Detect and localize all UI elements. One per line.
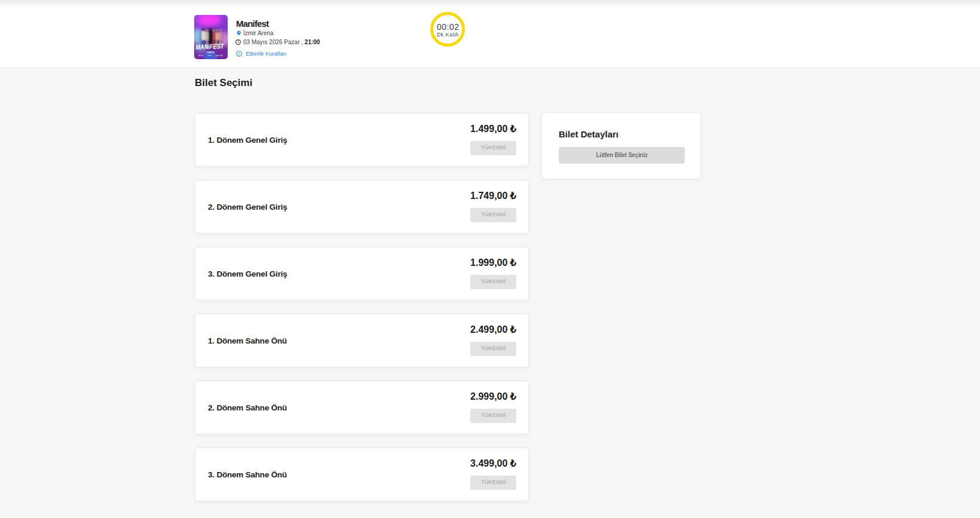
svg-text:3 MAYIS: 3 MAYIS xyxy=(206,51,215,54)
svg-text:festival: festival xyxy=(198,54,203,57)
svg-text:MANiFEST: MANiFEST xyxy=(195,42,224,51)
svg-text:lorem: lorem xyxy=(208,54,212,57)
svg-text:ipsum dol: ipsum dol xyxy=(216,54,223,57)
